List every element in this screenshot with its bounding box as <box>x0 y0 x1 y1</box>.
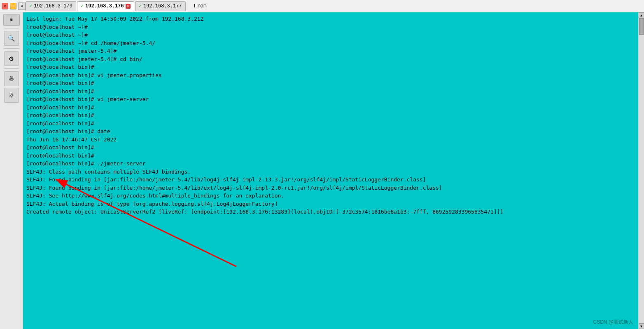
close-button[interactable]: ✕ <box>2 3 8 9</box>
tab3-status-icon: ✓ <box>139 3 142 9</box>
tab-192-168-3-176[interactable]: ✓ 192.168.3.176 ✕ <box>77 1 134 11</box>
sidebar-separator <box>4 28 19 28</box>
scrollbar-down-button[interactable]: ▼ <box>639 323 644 329</box>
tab2-status-icon: ✓ <box>81 3 84 9</box>
sidebar-search-button[interactable]: 🔍 <box>4 31 19 46</box>
scrollbar[interactable]: ▲ ▼ <box>638 12 644 329</box>
sidebar-gear-icon[interactable]: ⚙ <box>4 51 19 66</box>
sidebar-menu-button[interactable]: ≡ <box>3 14 20 26</box>
minimize-button[interactable]: — <box>10 3 16 9</box>
sidebar-tool-icon1[interactable]: 器 <box>4 71 19 86</box>
scrollbar-up-button[interactable]: ▲ <box>639 12 644 18</box>
watermark: CSDN @测试新人 <box>593 318 633 326</box>
main-area: ≡ 🔍 ⚙ 器 器 Last login: Tue May 17 14:50:0… <box>0 12 644 329</box>
collapse-button[interactable]: » <box>18 2 26 10</box>
from-label: From <box>194 3 207 9</box>
terminal-output: Last login: Tue May 17 14:50:09 2022 fro… <box>26 15 635 216</box>
collapse-icon: » <box>21 4 23 9</box>
tab-group: ✓ 192.168.3.179 ✓ 192.168.3.176 ✕ ✓ 192.… <box>26 1 186 11</box>
titlebar-controls: ✕ — » <box>2 2 26 10</box>
tab-192-168-3-177[interactable]: ✓ 192.168.3.177 <box>135 1 186 11</box>
sidebar: ≡ 🔍 ⚙ 器 器 <box>0 12 23 329</box>
tab2-label: 192.168.3.176 <box>85 3 124 9</box>
titlebar: ✕ — » ✓ 192.168.3.179 ✓ 192.168.3.176 ✕ … <box>0 0 644 12</box>
sidebar-separator2 <box>4 48 19 49</box>
scrollbar-thumb[interactable] <box>639 18 644 35</box>
scrollbar-track[interactable] <box>639 18 644 323</box>
tab1-status-icon: ✓ <box>29 3 32 9</box>
sidebar-separator3 <box>4 68 19 69</box>
tab-192-168-3-179[interactable]: ✓ 192.168.3.179 <box>26 1 76 11</box>
tab2-close-button[interactable]: ✕ <box>126 4 131 9</box>
terminal[interactable]: Last login: Tue May 17 14:50:09 2022 fro… <box>23 12 638 329</box>
tab3-label: 192.168.3.177 <box>143 3 182 9</box>
tab1-label: 192.168.3.179 <box>34 3 72 9</box>
sidebar-tool-icon2[interactable]: 器 <box>4 88 19 103</box>
